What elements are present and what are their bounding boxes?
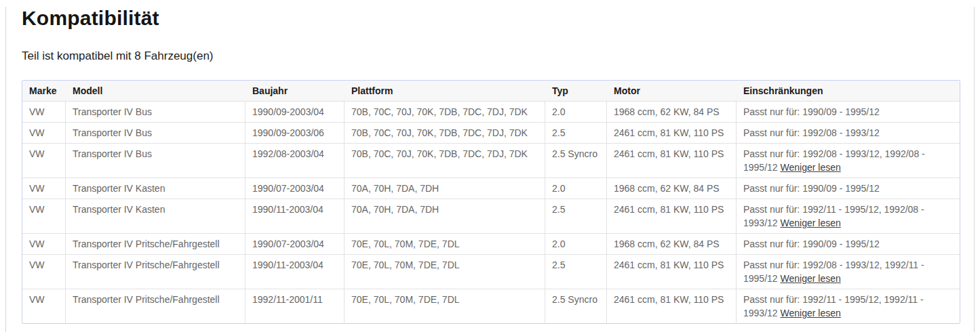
cell-modell: Transporter IV Pritsche/Fahrgestell (66, 234, 246, 255)
cell-motor: 2461 ccm, 81 KW, 110 PS (607, 123, 737, 144)
cell-baujahr: 1990/07-2003/04 (246, 234, 345, 255)
cell-text: VW (29, 238, 45, 249)
cell-modell: Transporter IV Bus (66, 144, 246, 178)
cell-text: 70E, 70L, 70M, 7DE, 7DL (351, 238, 460, 249)
cell-marke: VW (22, 178, 66, 199)
cell-baujahr: 1990/09-2003/06 (246, 123, 345, 144)
cell-text: 70B, 70C, 70J, 70K, 7DB, 7DC, 7DJ, 7DK (351, 127, 528, 138)
compatibility-table: MarkeModellBaujahrPlattformTypMotorEinsc… (22, 80, 960, 324)
cell-text: Passt nur für: 1990/09 - 1995/12 (743, 183, 880, 194)
cell-text: Transporter IV Kasten (73, 204, 165, 215)
cell-plattform: 70E, 70L, 70M, 7DE, 7DL (345, 255, 545, 289)
cell-text: 70A, 70H, 7DA, 7DH (351, 183, 439, 194)
table-row: VWTransporter IV Pritsche/Fahrgestell199… (22, 255, 960, 289)
cell-text: 1992/11-2001/11 (252, 294, 323, 305)
cell-text: 2.5 (552, 204, 565, 215)
page-title: Kompatibilität (22, 5, 959, 31)
panel-left-border (5, 7, 6, 332)
cell-einschraenkungen: Passt nur für: 1990/09 - 1995/12 (737, 234, 960, 255)
cell-text: 2.5 (552, 127, 565, 138)
cell-plattform: 70E, 70L, 70M, 7DE, 7DL (345, 289, 545, 323)
cell-text: Transporter IV Bus (73, 148, 152, 159)
cell-text: VW (29, 260, 45, 270)
table-row: VWTransporter IV Kasten1990/07-2003/0470… (22, 178, 960, 199)
column-header-marke: Marke (22, 81, 66, 102)
cell-einschraenkungen: Passt nur für: 1992/11 - 1995/12, 1992/0… (737, 199, 960, 234)
cell-motor: 2461 ccm, 81 KW, 110 PS (607, 144, 737, 178)
cell-text: Passt nur für: 1990/09 - 1995/12 (743, 106, 880, 117)
cell-modell: Transporter IV Bus (66, 102, 246, 123)
cell-marke: VW (22, 289, 66, 323)
compatibility-summary: Teil ist kompatibel mit 8 Fahrzeug(en) (22, 49, 959, 64)
cell-modell: Transporter IV Bus (66, 123, 246, 144)
cell-text: 1990/09-2003/06 (252, 127, 324, 138)
cell-motor: 2461 ccm, 81 KW, 110 PS (607, 255, 737, 289)
cell-text: 70A, 70H, 7DA, 7DH (351, 204, 439, 215)
cell-motor: 1968 ccm, 62 KW, 84 PS (607, 234, 737, 255)
cell-text: Transporter IV Pritsche/Fahrgestell (73, 238, 220, 249)
cell-text: Passt nur für: 1992/08 - 1993/12 (743, 127, 880, 138)
cell-typ: 2.0 (545, 178, 607, 199)
cell-text: 70B, 70C, 70J, 70K, 7DB, 7DC, 7DJ, 7DK (351, 148, 528, 159)
cell-motor: 2461 ccm, 81 KW, 110 PS (607, 199, 737, 234)
read-less-link[interactable]: Weniger lesen (781, 308, 841, 318)
cell-plattform: 70B, 70C, 70J, 70K, 7DB, 7DC, 7DJ, 7DK (345, 102, 545, 123)
cell-einschraenkungen: Passt nur für: 1990/09 - 1995/12 (737, 178, 960, 199)
cell-marke: VW (22, 144, 66, 178)
cell-typ: 2.5 (545, 123, 607, 144)
read-less-link[interactable]: Weniger lesen (781, 162, 841, 173)
cell-plattform: 70B, 70C, 70J, 70K, 7DB, 7DC, 7DJ, 7DK (345, 123, 545, 144)
cell-text: Transporter IV Pritsche/Fahrgestell (73, 260, 220, 270)
cell-motor: 1968 ccm, 62 KW, 84 PS (607, 102, 737, 123)
cell-text: 1968 ccm, 62 KW, 84 PS (614, 238, 720, 249)
cell-plattform: 70A, 70H, 7DA, 7DH (345, 199, 545, 234)
cell-text: VW (29, 106, 45, 117)
cell-typ: 2.5 Syncro (545, 289, 607, 323)
cell-motor: 1968 ccm, 62 KW, 84 PS (607, 178, 737, 199)
cell-text: 1990/07-2003/04 (252, 238, 324, 249)
cell-typ: 2.5 (545, 255, 607, 289)
cell-text: Transporter IV Bus (73, 106, 152, 117)
read-less-link[interactable]: Weniger lesen (781, 273, 841, 284)
cell-marke: VW (22, 199, 66, 234)
cell-plattform: 70E, 70L, 70M, 7DE, 7DL (345, 234, 545, 255)
cell-einschraenkungen: Passt nur für: 1992/08 - 1993/12, 1992/0… (737, 144, 960, 178)
cell-modell: Transporter IV Kasten (66, 199, 246, 234)
cell-typ: 2.0 (545, 234, 607, 255)
cell-text: 70B, 70C, 70J, 70K, 7DB, 7DC, 7DJ, 7DK (351, 106, 528, 117)
cell-text: Transporter IV Bus (73, 127, 152, 138)
cell-text: VW (29, 127, 45, 138)
cell-text: 1992/08-2003/04 (252, 148, 324, 159)
cell-typ: 2.5 (545, 199, 607, 234)
cell-text: VW (29, 183, 45, 194)
cell-typ: 2.0 (545, 102, 607, 123)
cell-text: 2461 ccm, 81 KW, 110 PS (614, 148, 724, 159)
read-less-link[interactable]: Weniger lesen (781, 217, 841, 228)
column-header-einschraenkungen: Einschränkungen (737, 81, 960, 102)
cell-text: Transporter IV Pritsche/Fahrgestell (73, 294, 220, 305)
cell-text: 2.0 (552, 106, 565, 117)
cell-text: 1990/11-2003/04 (252, 204, 324, 215)
cell-text: VW (29, 294, 45, 305)
cell-typ: 2.5 Syncro (545, 144, 607, 178)
cell-baujahr: 1990/11-2003/04 (246, 199, 345, 234)
cell-text: Transporter IV Kasten (73, 183, 165, 194)
cell-motor: 2461 ccm, 81 KW, 110 PS (607, 289, 737, 323)
cell-text: 2.5 Syncro (552, 148, 597, 159)
table-row: VWTransporter IV Bus1992/08-2003/0470B, … (22, 144, 960, 178)
column-header-baujahr: Baujahr (246, 81, 345, 102)
cell-text: 1968 ccm, 62 KW, 84 PS (614, 183, 720, 194)
cell-text: 1968 ccm, 62 KW, 84 PS (614, 106, 720, 117)
cell-baujahr: 1992/11-2001/11 (246, 289, 345, 323)
cell-text: 2461 ccm, 81 KW, 110 PS (614, 127, 724, 138)
cell-einschraenkungen: Passt nur für: 1992/08 - 1993/12, 1992/1… (737, 255, 960, 289)
cell-baujahr: 1990/07-2003/04 (246, 178, 345, 199)
cell-baujahr: 1992/08-2003/04 (246, 144, 345, 178)
cell-text: 1990/07-2003/04 (252, 183, 324, 194)
cell-einschraenkungen: Passt nur für: 1992/11 - 1995/12, 1992/1… (737, 289, 960, 323)
cell-plattform: 70B, 70C, 70J, 70K, 7DB, 7DC, 7DJ, 7DK (345, 144, 545, 178)
cell-einschraenkungen: Passt nur für: 1990/09 - 1995/12 (737, 102, 960, 123)
cell-text: 2461 ccm, 81 KW, 110 PS (614, 294, 724, 305)
cell-text: 2461 ccm, 81 KW, 110 PS (614, 260, 724, 270)
column-header-motor: Motor (607, 81, 737, 102)
